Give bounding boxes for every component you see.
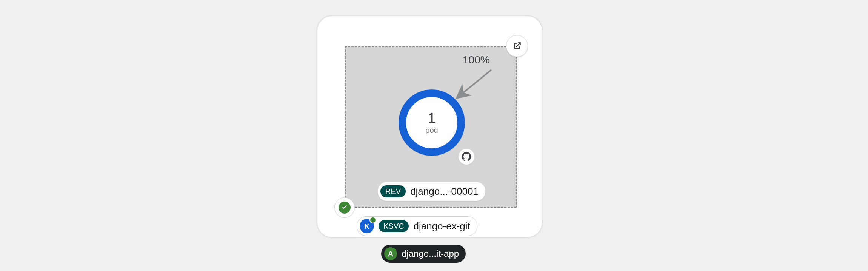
ksvc-kind-badge: KSVC [379,220,409,232]
external-link-icon [512,41,522,51]
github-icon [462,152,471,162]
revision-group[interactable]: 100% 1 pod [345,46,517,208]
revision-label-pill[interactable]: REV django...-00001 [377,182,486,201]
application-badge-icon: A [384,247,397,260]
knative-letter: K [364,223,369,230]
application-name: django...it-app [402,248,459,259]
knative-service-card[interactable]: 100% 1 pod [316,15,543,238]
revision-name: django...-00001 [410,186,479,197]
check-circle-icon [341,204,348,211]
open-url-button[interactable] [506,35,528,57]
knative-decorator-icon [369,217,376,223]
revision-kind-badge: REV [380,185,406,197]
knative-service-label-pill[interactable]: K KSVC django-ex-git [357,216,477,236]
ksvc-name: django-ex-git [413,220,470,232]
svg-point-3 [408,99,456,147]
traffic-percent-label: 100% [463,54,490,66]
git-source-badge[interactable] [458,148,475,165]
service-status-badge [334,197,355,218]
pod-donut[interactable]: 1 pod [394,85,469,160]
pod-donut-ring-icon [394,85,469,160]
knative-service-icon: K [360,219,374,233]
application-label-pill[interactable]: A django...it-app [381,245,466,263]
